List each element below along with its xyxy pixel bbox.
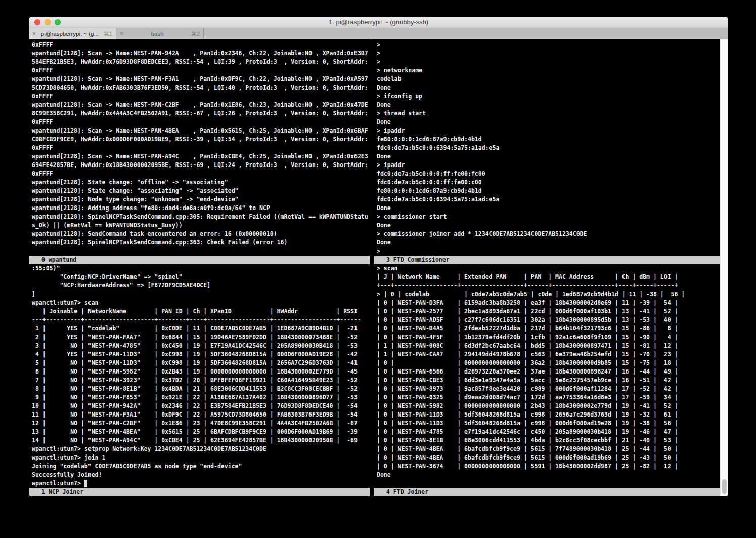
right-pane-column: > > > > networkname codelab Done > ifcon… — [374, 39, 720, 496]
scrollbar-thumb[interactable] — [722, 479, 727, 494]
tab-label: bash — [125, 31, 189, 37]
pane-wpantund-log[interactable]: 0xFFFF wpantund[2128]: Scan -> Name:NEST… — [29, 39, 370, 256]
pane-ftd-commissioner[interactable]: > > > > networkname codelab Done > ifcon… — [374, 39, 720, 256]
tab-bar: × pi@raspberrypi: ~ (g... ⌘1 × bash ⌘2 — [29, 28, 728, 39]
tab-close-icon[interactable]: × — [120, 28, 123, 39]
tab-bar-empty-area — [204, 28, 728, 39]
window-titlebar[interactable]: 1. pi@raspberrypi: ~ (gnubby-ssh) — [29, 17, 728, 28]
tab-shortcut-badge: ⌘2 — [191, 31, 200, 37]
pane-divider-line — [372, 39, 372, 496]
pane-ftd-joiner[interactable]: > scan | J | Network Name | Extended PAN… — [374, 264, 720, 488]
scrollbar-track[interactable] — [720, 39, 728, 496]
window-title: 1. pi@raspberrypi: ~ (gnubby-ssh) — [29, 17, 728, 28]
pane-ncp-joiner[interactable]: :55:05)" "Config:NCP:DriverName" => "spi… — [29, 264, 370, 488]
zoom-window-button[interactable] — [55, 19, 61, 25]
traffic-lights — [34, 19, 61, 25]
tmux-session-area: 0xFFFF wpantund[2128]: Scan -> Name:NEST… — [29, 39, 728, 496]
pane-status-wpantund: 0 wpantund — [29, 256, 370, 264]
terminal-block-cursor — [84, 480, 87, 487]
tab-terminal-session[interactable]: × pi@raspberrypi: ~ (g... ⌘1 — [29, 28, 116, 39]
tab-label: pi@raspberrypi: ~ (g... — [38, 31, 102, 37]
pane-status-ftd-joiner: 4 FTD Joiner — [374, 488, 720, 496]
pane-status-ncp-joiner: 1 NCP Joiner — [29, 488, 370, 496]
terminal-window: 1. pi@raspberrypi: ~ (gnubby-ssh) × pi@r… — [29, 17, 728, 496]
tab-shortcut-badge: ⌘1 — [104, 31, 112, 37]
tab-bash[interactable]: × bash ⌘2 — [116, 28, 204, 39]
tab-close-icon[interactable]: × — [32, 28, 36, 39]
pane-status-ftd-commissioner: 3 FTD Commissioner — [374, 256, 720, 264]
minimize-window-button[interactable] — [45, 19, 51, 25]
left-pane-column: 0xFFFF wpantund[2128]: Scan -> Name:NEST… — [29, 39, 370, 496]
close-window-button[interactable] — [34, 19, 40, 25]
